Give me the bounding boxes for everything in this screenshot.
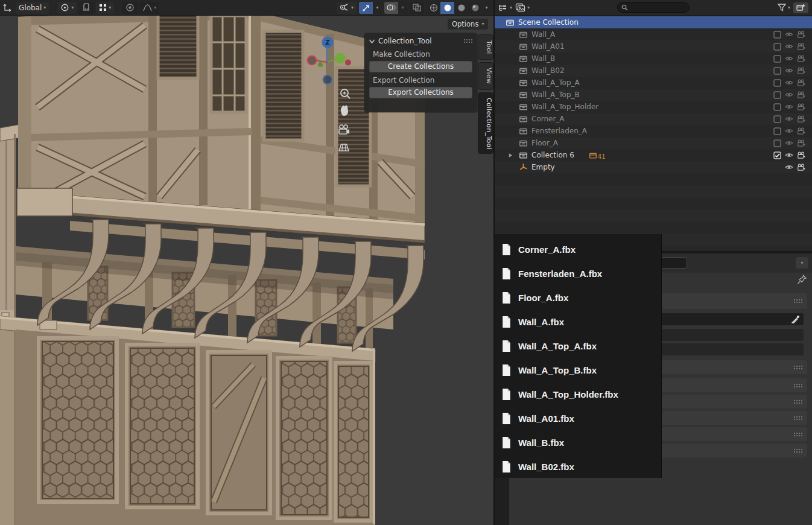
options-button[interactable]: Options ▾ bbox=[448, 19, 488, 30]
pin-icon[interactable] bbox=[797, 275, 807, 285]
filter-dropdown[interactable]: ▾ bbox=[778, 4, 790, 11]
tab-view[interactable]: View bbox=[478, 62, 493, 90]
gizmos-dropdown[interactable]: ▾ bbox=[373, 2, 382, 14]
camera-toggle[interactable] bbox=[795, 103, 807, 112]
eye-toggle[interactable] bbox=[783, 91, 795, 99]
collection-icon bbox=[519, 103, 528, 111]
camera-toggle[interactable] bbox=[795, 78, 807, 88]
camera-toggle[interactable] bbox=[795, 30, 807, 39]
checkbox-toggle[interactable] bbox=[771, 139, 783, 147]
eye-toggle[interactable] bbox=[783, 30, 795, 39]
outliner-row[interactable]: Scene Collection bbox=[495, 16, 812, 28]
outliner-row[interactable]: Fensterladen_A bbox=[495, 125, 812, 137]
checkbox-toggle[interactable] bbox=[771, 67, 783, 75]
show-gizmo-dropdown[interactable]: ▾ bbox=[337, 2, 357, 14]
shading-rendered-button[interactable] bbox=[468, 2, 482, 14]
checkbox-toggle[interactable] bbox=[771, 91, 783, 99]
file-list-item[interactable]: Wall_A.fbx bbox=[495, 310, 661, 334]
xray-toggle[interactable] bbox=[410, 2, 424, 14]
file-list-item[interactable]: Corner_A.fbx bbox=[495, 237, 661, 261]
checkbox-toggle[interactable] bbox=[771, 43, 783, 51]
shading-dropdown[interactable]: ▾ bbox=[482, 2, 491, 14]
outliner-item-label: Wall_A_Top_B bbox=[531, 91, 580, 99]
eye-toggle[interactable] bbox=[783, 163, 795, 171]
proportional-falloff-dropdown[interactable]: ▾ bbox=[140, 2, 159, 14]
outliner-row[interactable]: Wall_B bbox=[495, 52, 812, 65]
camera-toggle[interactable] bbox=[795, 127, 807, 136]
display-mode-dropdown[interactable]: ▾ bbox=[515, 3, 530, 12]
checkbox-toggle[interactable] bbox=[771, 55, 783, 63]
outliner-item-label: Wall_B bbox=[531, 54, 555, 63]
sidebar-tabs: Tool View Collection_Tool bbox=[478, 34, 493, 156]
camera-toggle[interactable] bbox=[795, 91, 807, 100]
outliner-row[interactable]: Floor_A bbox=[495, 137, 812, 149]
camera-toggle[interactable] bbox=[795, 42, 807, 51]
file-list-item[interactable]: Fensterladen_A.fbx bbox=[495, 261, 661, 285]
properties-header-dropdown[interactable]: ▾ bbox=[796, 257, 808, 269]
outliner-row[interactable]: Wall_A_Top_B bbox=[495, 89, 812, 101]
eye-toggle[interactable] bbox=[783, 127, 795, 135]
checkbox-toggle[interactable] bbox=[771, 79, 783, 87]
snap-toggle[interactable] bbox=[79, 2, 94, 14]
panel-collapse-icon[interactable] bbox=[369, 39, 375, 43]
eye-toggle[interactable] bbox=[783, 66, 795, 75]
3d-viewport[interactable]: Z Global bbox=[0, 0, 493, 525]
outliner-row[interactable]: Corner_A bbox=[495, 113, 812, 125]
eye-toggle[interactable] bbox=[783, 115, 795, 123]
eye-toggle[interactable] bbox=[783, 42, 795, 51]
display-mode-icon bbox=[515, 3, 525, 12]
eye-toggle[interactable] bbox=[783, 78, 795, 87]
outliner-row[interactable]: Wall_A_Top_Holder bbox=[495, 101, 812, 113]
panel-grip[interactable] bbox=[463, 39, 472, 43]
outliner-row[interactable]: Wall_A_Top_A bbox=[495, 77, 812, 89]
camera-toggle[interactable] bbox=[795, 115, 807, 124]
file-list-item[interactable]: Wall_B02.fbx bbox=[495, 454, 661, 479]
outliner-row[interactable]: Empty bbox=[495, 161, 812, 173]
file-list-item[interactable]: Wall_B.fbx bbox=[495, 430, 661, 454]
eye-toggle[interactable] bbox=[783, 151, 795, 159]
camera-toggle[interactable] bbox=[795, 163, 807, 172]
gizmos-toggle[interactable] bbox=[359, 2, 373, 14]
eye-toggle[interactable] bbox=[783, 139, 795, 147]
checkbox-checked-toggle[interactable] bbox=[771, 151, 783, 159]
snap-with-dropdown[interactable]: ▾ bbox=[96, 2, 114, 14]
outliner-row[interactable]: Collection 641 bbox=[495, 149, 812, 161]
outliner-row[interactable]: Wall_A01 bbox=[495, 40, 812, 52]
camera-toggle[interactable] bbox=[795, 66, 807, 75]
editor-type-dropdown[interactable]: ▾ bbox=[498, 4, 512, 12]
checkbox-toggle[interactable] bbox=[771, 115, 783, 123]
expand-arrow-icon[interactable] bbox=[508, 153, 519, 158]
file-list-item[interactable]: Wall_A01.fbx bbox=[495, 406, 661, 430]
eye-toggle[interactable] bbox=[783, 103, 795, 111]
camera-toggle[interactable] bbox=[795, 139, 807, 148]
eye-toggle[interactable] bbox=[783, 54, 795, 63]
overlays-toggle[interactable] bbox=[384, 2, 398, 14]
camera-toggle[interactable] bbox=[795, 54, 807, 63]
shading-wireframe-button[interactable] bbox=[427, 2, 440, 14]
pivot-point-dropdown[interactable]: ▾ bbox=[57, 2, 77, 14]
shading-material-button[interactable] bbox=[454, 2, 468, 14]
tab-collection-tool[interactable]: Collection_Tool bbox=[478, 92, 493, 154]
transform-orientation-dropdown[interactable]: Global ▾ bbox=[16, 2, 49, 14]
overlays-dropdown[interactable]: ▾ bbox=[398, 2, 407, 14]
file-list-item[interactable]: Floor_A.fbx bbox=[495, 285, 661, 310]
checkbox-toggle[interactable] bbox=[771, 103, 783, 111]
eyedropper-icon[interactable] bbox=[791, 315, 800, 324]
tab-tool[interactable]: Tool bbox=[478, 34, 493, 60]
new-collection-button[interactable] bbox=[793, 2, 808, 13]
outliner-row[interactable]: Wall_A bbox=[495, 28, 812, 40]
proportional-editing-toggle[interactable] bbox=[122, 2, 138, 14]
create-collections-button[interactable]: Create Collections bbox=[369, 61, 472, 72]
camera-toggle[interactable] bbox=[795, 151, 807, 160]
collection-icon bbox=[519, 127, 528, 135]
checkbox-toggle[interactable] bbox=[771, 31, 783, 39]
file-list-item[interactable]: Wall_A_Top_A.fbx bbox=[495, 334, 661, 358]
export-collections-button[interactable]: Export Collections bbox=[369, 87, 472, 98]
file-list-item[interactable]: Wall_A_Top_Holder.fbx bbox=[495, 382, 661, 406]
outliner-search-input[interactable] bbox=[617, 2, 690, 13]
outliner-row[interactable]: Wall_B02 bbox=[495, 65, 812, 77]
checkbox-toggle[interactable] bbox=[771, 127, 783, 135]
file-list-item[interactable]: Wall_A_Top_B.fbx bbox=[495, 358, 661, 382]
outliner-item-label: Corner_A bbox=[531, 115, 565, 123]
shading-solid-button[interactable] bbox=[440, 2, 454, 14]
